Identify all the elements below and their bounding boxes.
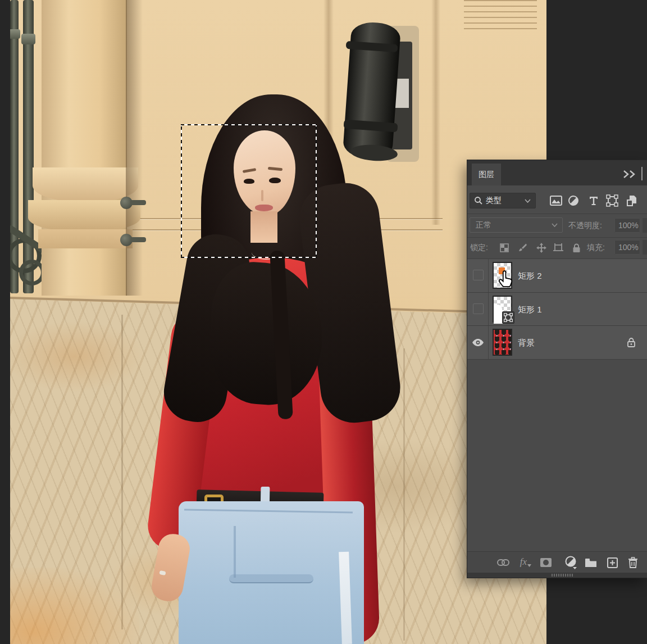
- lock-image-pixels-button[interactable]: [516, 241, 529, 255]
- layer-thumbnail-background[interactable]: [493, 329, 512, 356]
- opacity-scrubber[interactable]: [643, 218, 647, 233]
- lock-transparent-pixels-button[interactable]: [498, 241, 511, 255]
- layer-filter-dropdown[interactable]: 类型: [470, 193, 536, 208]
- layer-style-button[interactable]: fx: [518, 554, 534, 570]
- lock-icon: [627, 337, 636, 348]
- stone-pillar: [42, 0, 127, 296]
- move-icon: [536, 243, 546, 253]
- panel-footer: fx: [467, 551, 647, 573]
- fence-ring: [10, 29, 20, 39]
- tab-layers[interactable]: 图层: [472, 164, 501, 185]
- lock-all-button[interactable]: [569, 241, 583, 255]
- visibility-toggle-rect2[interactable]: [473, 270, 484, 280]
- photo-canvas[interactable]: [10, 0, 546, 644]
- pillar-moulding: [38, 229, 133, 248]
- new-layer-button[interactable]: [605, 555, 619, 570]
- opacity-label: 不透明度:: [568, 221, 602, 231]
- lock-icon: [572, 243, 581, 253]
- stone-warm-glow: [10, 568, 139, 644]
- link-icon: [497, 559, 509, 566]
- filter-row: 类型: [467, 185, 647, 214]
- layer-name[interactable]: 背景: [518, 338, 535, 348]
- filter-adjustment-layers-button[interactable]: [566, 193, 581, 208]
- resize-grip-dots: [552, 574, 574, 577]
- eye-column-divider: [488, 326, 489, 359]
- trash-icon: [628, 557, 638, 568]
- lock-position-button[interactable]: [535, 241, 548, 255]
- fence-ring: [21, 34, 35, 44]
- folder-icon: [585, 558, 597, 568]
- fill-value-field[interactable]: 100%: [614, 240, 640, 255]
- layer-row-background[interactable]: 背景: [467, 326, 647, 359]
- background-lock-badge[interactable]: [625, 335, 638, 350]
- shape-layer-filter-icon: [606, 194, 618, 207]
- panel-divider-handle: [641, 167, 643, 180]
- photoshop-window: 图层 类型: [0, 0, 647, 644]
- lock-transparent-pixels-icon: [500, 243, 509, 252]
- lock-artboard-button[interactable]: [552, 241, 565, 255]
- search-icon: [474, 196, 483, 205]
- stone-joint: [403, 348, 405, 641]
- artboard-icon: [553, 243, 564, 253]
- eye-column-divider: [488, 293, 489, 326]
- shape-layer-badge: [502, 311, 514, 324]
- jeans-pocket-seam: [229, 574, 313, 583]
- marquee-selection: [181, 124, 317, 258]
- layer-mask-icon: [540, 557, 552, 568]
- opacity-value: 100%: [618, 221, 639, 230]
- fx-icon: fx: [520, 556, 527, 568]
- layer-list-empty-area: [467, 360, 647, 551]
- gate-hinge: [130, 237, 146, 242]
- blend-mode-dropdown[interactable]: 正常: [470, 217, 563, 233]
- smart-object-filter-icon: [626, 195, 637, 206]
- layer-name[interactable]: 矩形 1: [518, 305, 542, 315]
- filter-pixel-layers-button[interactable]: [549, 193, 563, 208]
- lock-row: 锁定:: [467, 237, 647, 258]
- new-layer-icon: [607, 557, 618, 568]
- eye-icon: [472, 338, 484, 347]
- jeans-fly-seam: [234, 526, 236, 578]
- collapse-panel-icon[interactable]: [622, 170, 638, 179]
- adjustment-layer-filter-icon: [568, 195, 579, 206]
- visibility-toggle-rect1[interactable]: [473, 303, 484, 314]
- link-layers-button[interactable]: [496, 555, 511, 570]
- shape-badge-icon: [504, 313, 513, 322]
- type-layer-filter-icon: [589, 196, 599, 206]
- wall-louvre-grooves: [464, 0, 537, 33]
- layer-row-rect1[interactable]: 矩形 1: [467, 293, 647, 326]
- lock-label: 锁定:: [470, 243, 488, 253]
- new-adjustment-layer-button[interactable]: [564, 555, 578, 570]
- wall-recess-shadow: [431, 0, 440, 225]
- filter-type-layers-button[interactable]: [586, 193, 601, 208]
- fill-label: 填充:: [587, 243, 605, 253]
- brush-icon: [517, 243, 527, 253]
- adjustment-layer-icon: [564, 556, 578, 569]
- tab-layers-label: 图层: [479, 170, 494, 180]
- filter-smart-objects-button[interactable]: [625, 193, 639, 208]
- chevron-down-icon: [525, 199, 531, 203]
- panel-header: 图层: [467, 160, 647, 185]
- pixel-layer-filter-icon: [550, 196, 562, 206]
- hand-pointer-cursor: [497, 270, 516, 290]
- visibility-toggle-background[interactable]: [471, 335, 485, 349]
- add-layer-mask-button[interactable]: [539, 555, 553, 570]
- new-group-button[interactable]: [584, 555, 598, 570]
- jeans: [179, 501, 364, 644]
- fill-scrubber[interactable]: [643, 240, 647, 255]
- gate-hinge: [130, 200, 146, 205]
- eye-column-divider: [488, 259, 489, 292]
- pillar-moulding: [33, 167, 138, 202]
- pillar-edge-shadow: [126, 0, 143, 296]
- chevron-down-icon: [527, 564, 531, 567]
- layer-row-rect2[interactable]: 矩形 2: [467, 259, 647, 292]
- blend-row: 正常 不透明度: 100%: [467, 214, 647, 237]
- delete-layer-button[interactable]: [626, 555, 640, 570]
- layers-panel: 图层 类型: [467, 160, 647, 578]
- layer-filter-label: 类型: [486, 196, 502, 206]
- opacity-value-field[interactable]: 100%: [614, 218, 640, 233]
- layer-name[interactable]: 矩形 2: [518, 271, 542, 282]
- filter-shape-layers-button[interactable]: [605, 193, 619, 208]
- blend-mode-value: 正常: [476, 220, 491, 230]
- fill-value: 100%: [618, 243, 639, 252]
- panel-resize-strip[interactable]: [467, 573, 647, 578]
